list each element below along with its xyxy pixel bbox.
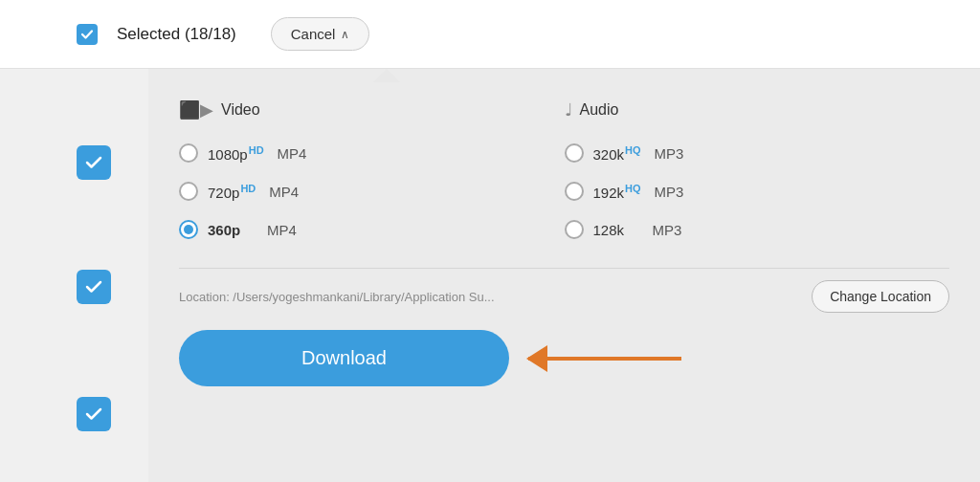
download-options-panel: ⬛▶ Video 1080pHD MP4 720pHD MP4 360p MP4 — [148, 69, 980, 482]
radio-360p[interactable] — [179, 220, 198, 239]
bitrate-320k: 320kHQ — [593, 144, 641, 163]
hq-badge-320: HQ — [625, 144, 641, 156]
video-icon: ⬛▶ — [179, 99, 213, 120]
resolution-360p: 360p — [208, 222, 254, 238]
bitrate-128k: 128k — [593, 222, 639, 238]
audio-option-128k[interactable]: 128k MP3 — [565, 210, 950, 249]
radio-320k[interactable] — [565, 143, 584, 163]
video-option-720p[interactable]: 720pHD MP4 — [179, 172, 565, 210]
video-section-header: ⬛▶ Video — [179, 92, 565, 134]
resolution-720p: 720pHD — [208, 183, 256, 201]
dropdown-pointer — [373, 69, 400, 82]
select-all-checkbox[interactable] — [77, 24, 98, 45]
audio-section-header: ♩ Audio — [565, 92, 950, 134]
audio-column: ♩ Audio 320kHQ MP3 192kHQ MP3 128k MP3 — [565, 92, 950, 249]
audio-option-320k[interactable]: 320kHQ MP3 — [565, 134, 950, 172]
list-checkbox-1[interactable] — [77, 145, 111, 180]
location-path: Location: /Users/yogeshmankani/Library/A… — [179, 290, 812, 304]
location-bar: Location: /Users/yogeshmankani/Library/A… — [179, 268, 949, 330]
radio-192k[interactable] — [565, 182, 584, 201]
list-checkbox-2[interactable] — [77, 270, 111, 304]
hd-badge-720: HD — [240, 183, 256, 194]
arrow-line — [528, 357, 681, 361]
hd-badge-1080: HD — [249, 144, 264, 156]
radio-1080p[interactable] — [179, 143, 198, 163]
video-column: ⬛▶ Video 1080pHD MP4 720pHD MP4 360p MP4 — [179, 92, 565, 249]
top-bar: Selected (18/18) Cancel ∧ — [0, 0, 980, 69]
arrow-indicator — [528, 357, 681, 361]
download-button[interactable]: Download — [179, 330, 509, 386]
radio-128k[interactable] — [565, 220, 584, 239]
list-checkbox-3[interactable] — [77, 397, 111, 431]
selected-count: Selected (18/18) — [117, 25, 236, 44]
video-option-1080p[interactable]: 1080pHD MP4 — [179, 134, 565, 172]
hq-badge-192: HQ — [625, 183, 641, 194]
audio-icon: ♩ — [565, 99, 572, 120]
radio-720p[interactable] — [179, 182, 198, 201]
cancel-button[interactable]: Cancel ∧ — [271, 17, 370, 51]
bitrate-192k: 192kHQ — [593, 183, 641, 201]
change-location-button[interactable]: Change Location — [812, 280, 949, 313]
format-options-grid: ⬛▶ Video 1080pHD MP4 720pHD MP4 360p MP4 — [179, 92, 949, 249]
video-option-360p[interactable]: 360p MP4 — [179, 210, 565, 249]
radio-360p-fill — [184, 225, 193, 234]
audio-option-192k[interactable]: 192kHQ MP3 — [565, 172, 950, 210]
resolution-1080p: 1080pHD — [208, 144, 264, 163]
download-area: Download — [179, 330, 949, 386]
chevron-up-icon: ∧ — [341, 28, 349, 41]
